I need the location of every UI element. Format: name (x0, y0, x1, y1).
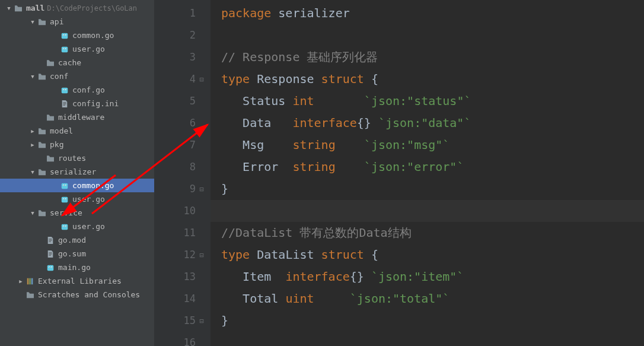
tree-item-common-go[interactable]: common.go (0, 179, 154, 192)
svg-rect-44 (27, 278, 29, 284)
tree-item-main-go[interactable]: main.go (0, 261, 154, 274)
chevron-down-icon[interactable]: ▼ (6, 5, 12, 11)
line-number: 12⊟ (154, 244, 196, 266)
token-plain (314, 291, 350, 306)
line-number: 7 (154, 134, 196, 156)
code-line[interactable]: Error string `json:"error"` (221, 156, 644, 178)
tree-item-routes[interactable]: routes (0, 151, 154, 165)
tree-item-config-ini[interactable]: config.ini (0, 97, 154, 110)
tree-item-model[interactable]: ▶model (0, 124, 154, 138)
chevron-down-icon[interactable]: ▼ (30, 210, 36, 216)
token-plain: serializer (278, 6, 349, 20)
chevron-down-icon[interactable]: ▼ (30, 169, 36, 175)
code-content[interactable]: package serializer// Response 基础序列化器type… (211, 0, 644, 346)
fold-open-icon[interactable]: ⊟ (197, 68, 206, 90)
code-line[interactable]: Total uint `json:"total"` (221, 288, 644, 310)
tree-item-label: conf (50, 72, 68, 81)
tree-item-label: config.ini (72, 99, 119, 108)
code-editor[interactable]: 1234⊟56789⊟101112⊟131415⊟16 package seri… (154, 0, 644, 346)
chevron-down-icon[interactable]: ▼ (30, 19, 36, 25)
token-kw: type (221, 247, 257, 262)
tree-item-label: go.mod (58, 236, 86, 245)
code-line[interactable]: Msg string `json:"msg"` (221, 134, 644, 156)
tree-item-middleware[interactable]: middleware (0, 110, 154, 124)
tree-item-label: common.go (72, 31, 114, 40)
token-kw: string (292, 160, 335, 174)
tree-item-user-go[interactable]: user.go (0, 42, 154, 56)
line-number: 11 (154, 222, 196, 244)
token-tag: `json:"data"` (378, 116, 471, 130)
tree-item-conf-go[interactable]: conf.go (0, 83, 154, 97)
tree-item-conf[interactable]: ▼conf (0, 69, 154, 83)
svg-point-4 (66, 34, 66, 35)
tree-item-user-go[interactable]: user.go (0, 192, 154, 206)
code-line[interactable]: //DataList 带有总数的Data结构 (221, 222, 644, 244)
folder-icon (37, 140, 47, 150)
tree-item-api[interactable]: ▼api (0, 15, 154, 28)
token-tag: `json:"total"` (350, 291, 450, 306)
code-line[interactable]: package serializer (221, 2, 644, 24)
tree-item-external libraries[interactable]: ▶External Libraries (0, 274, 154, 288)
lib-icon (25, 277, 35, 286)
code-line[interactable]: type DataList struct { (221, 244, 644, 266)
tree-item-mall[interactable]: ▼mallD:\CodeProjects\GoLan (0, 1, 154, 15)
code-line[interactable]: type Response struct { (221, 68, 644, 90)
tree-item-serializer[interactable]: ▼serializer (0, 165, 154, 179)
svg-rect-45 (29, 278, 31, 284)
tree-item-label: go.sum (58, 249, 86, 258)
token-kw: string (292, 138, 335, 152)
tree-item-common-go[interactable]: common.go (0, 28, 154, 42)
code-line[interactable]: } (221, 310, 644, 332)
code-line[interactable] (211, 200, 644, 222)
token-typename: DataList (257, 247, 321, 262)
svg-rect-28 (62, 224, 68, 230)
tree-item-pkg[interactable]: ▶pkg (0, 138, 154, 151)
tree-item-go-sum[interactable]: go.sum (0, 247, 154, 261)
svg-point-32 (66, 226, 66, 226)
code-line[interactable] (221, 332, 644, 346)
tree-item-service[interactable]: ▼service (0, 206, 154, 220)
token-kw: struct (321, 247, 371, 262)
folder-icon (37, 167, 47, 177)
tree-item-label: mall (26, 4, 44, 12)
chevron-right-icon[interactable]: ▶ (18, 278, 24, 284)
go-icon (46, 263, 55, 272)
svg-point-43 (52, 266, 52, 267)
line-number: 8 (154, 156, 196, 178)
tree-item-cache[interactable]: cache (0, 56, 154, 69)
line-number: 10 (154, 200, 196, 222)
tree-item-scratches and consoles[interactable]: Scratches and Consoles (0, 288, 154, 301)
line-number: 16 (154, 332, 196, 346)
line-number: 13 (154, 266, 196, 288)
tree-item-label: pkg (50, 140, 63, 149)
token-plain: Data (221, 116, 292, 130)
code-line[interactable]: // Response 基础序列化器 (221, 46, 644, 68)
chevron-right-icon[interactable]: ▶ (30, 128, 36, 134)
code-line[interactable]: Data interface{} `json:"data"` (221, 112, 644, 134)
fold-close-icon[interactable]: ⊟ (197, 178, 206, 200)
code-line[interactable]: Item interface{} `json:"item"` (221, 266, 644, 288)
go-icon (60, 195, 69, 204)
tree-item-label: conf.go (72, 85, 105, 94)
chevron-right-icon[interactable]: ▶ (30, 142, 36, 148)
line-number: 4⊟ (154, 68, 196, 90)
svg-rect-18 (62, 183, 68, 189)
token-punct: { (371, 247, 378, 262)
token-tag: `json:"item"` (371, 269, 464, 284)
fold-open-icon[interactable]: ⊟ (197, 244, 206, 266)
token-builtin: int (292, 94, 314, 108)
fold-close-icon[interactable]: ⊟ (197, 310, 206, 332)
tree-item-label: user.go (72, 195, 105, 204)
code-line[interactable] (221, 24, 644, 46)
code-line[interactable]: } (221, 178, 644, 200)
svg-rect-0 (62, 33, 68, 39)
line-number: 5 (154, 90, 196, 112)
tree-item-user-go[interactable]: user.go (0, 220, 154, 233)
token-kw: struct (321, 72, 371, 86)
code-line[interactable]: Status int `json:"status"` (221, 90, 644, 112)
line-number: 3 (154, 46, 196, 68)
token-kw: interface (292, 116, 356, 130)
project-tree[interactable]: ▼mallD:\CodeProjects\GoLan▼apicommon.gou… (0, 0, 154, 346)
tree-item-go-mod[interactable]: go.mod (0, 233, 154, 247)
chevron-down-icon[interactable]: ▼ (30, 74, 36, 80)
